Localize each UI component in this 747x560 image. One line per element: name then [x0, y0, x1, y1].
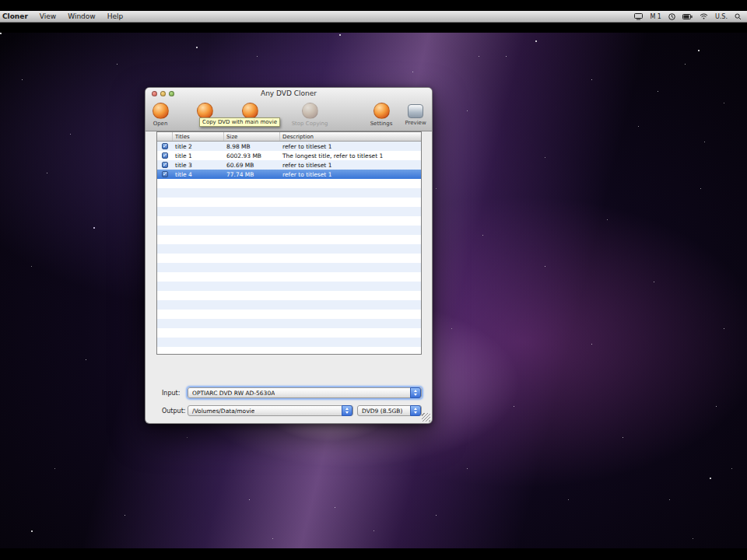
app-window: Any DVD Cloner Open Stop Copying Setting… — [145, 87, 433, 424]
table-header: Titles Size Description — [157, 132, 421, 142]
toolbar-open-button[interactable]: Open — [146, 103, 175, 127]
checkbox-checked-icon[interactable] — [162, 152, 168, 159]
row-title: title 1 — [173, 152, 224, 159]
row-description: refer to titleset 1 — [280, 162, 421, 169]
row-title: title 2 — [173, 143, 224, 150]
row-size: 60.69 MB — [224, 162, 280, 169]
stop-copying-icon — [302, 103, 318, 119]
row-size: 6002.93 MB — [224, 152, 280, 159]
header-size[interactable]: Size — [224, 132, 280, 141]
stepper-icon[interactable] — [410, 405, 421, 416]
output-format-value: DVD9 (8.5GB) — [362, 408, 402, 415]
row-description: refer to titleset 1 — [280, 171, 421, 178]
toolbar-settings-label: Settings — [364, 121, 398, 127]
toolbar-stop-copying-button: Stop Copying — [286, 103, 333, 127]
row-title: title 4 — [173, 171, 224, 178]
checkbox-checked-icon[interactable] — [162, 171, 168, 177]
status-display-label[interactable]: M 1 — [650, 13, 661, 20]
table-row[interactable]: title 3 60.69 MB refer to titleset 1 — [157, 160, 421, 170]
toolbar-open-label: Open — [146, 121, 175, 127]
window-titlebar-toolbar: Any DVD Cloner Open Stop Copying Setting… — [146, 88, 432, 131]
starfield-bright — [0, 33, 2, 34]
checkbox-checked-icon[interactable] — [162, 162, 168, 168]
menu-app-name[interactable]: Cloner — [2, 12, 28, 20]
window-resize-grip[interactable] — [422, 413, 430, 422]
output-format-select[interactable]: DVD9 (8.5GB) — [357, 405, 422, 416]
settings-gear-icon — [374, 103, 390, 119]
spotlight-icon[interactable] — [735, 13, 742, 20]
copy-main-movie-icon — [197, 103, 213, 119]
titles-table: Titles Size Description title 2 8.98 MB … — [156, 131, 422, 355]
window-title: Any DVD Cloner — [146, 89, 432, 97]
open-icon — [153, 103, 169, 119]
copy-dvd-icon — [242, 103, 258, 119]
menu-view[interactable]: View — [40, 12, 56, 20]
display-icon[interactable] — [634, 13, 643, 20]
header-description[interactable]: Description — [280, 132, 421, 141]
output-label: Output: — [162, 408, 185, 415]
toolbar-preview-button[interactable]: Preview — [398, 103, 433, 126]
table-row-selected[interactable]: title 4 77.74 MB refer to titleset 1 — [157, 170, 421, 179]
toolbar-tooltip: Copy DVD with main movie — [199, 117, 280, 127]
menu-bar-left: Cloner View Window Help — [0, 12, 123, 20]
row-title: title 3 — [173, 162, 224, 169]
desktop: Cloner View Window Help M 1 U.S. — [0, 0, 747, 560]
wifi-icon[interactable] — [700, 13, 708, 19]
output-path-value: /Volumes/Data/movie — [192, 408, 254, 415]
stepper-icon[interactable] — [410, 387, 421, 398]
toolbar-stop-copying-label: Stop Copying — [286, 121, 333, 127]
row-size: 8.98 MB — [224, 143, 280, 150]
output-path-select[interactable]: /Volumes/Data/movie — [188, 405, 353, 416]
header-checkbox-column[interactable] — [157, 132, 173, 141]
table-row[interactable]: title 1 6002.93 MB The longest title, re… — [157, 151, 421, 160]
input-drive-select[interactable]: OPTIARC DVD RW AD-5630A — [188, 387, 422, 398]
table-empty-rows — [157, 179, 421, 354]
table-row[interactable]: title 2 8.98 MB refer to titleset 1 — [157, 142, 421, 151]
menu-help[interactable]: Help — [107, 12, 124, 20]
row-size: 77.74 MB — [224, 171, 280, 178]
input-source-label[interactable]: U.S. — [715, 13, 728, 20]
input-drive-value: OPTIARC DVD RW AD-5630A — [192, 390, 275, 397]
toolbar-settings-button[interactable]: Settings — [364, 103, 398, 127]
header-titles[interactable]: Titles — [173, 132, 224, 141]
battery-icon[interactable] — [682, 14, 693, 19]
clock-icon[interactable] — [668, 13, 675, 20]
checkbox-checked-icon[interactable] — [162, 143, 168, 149]
row-description: The longest title, refer to titleset 1 — [280, 152, 421, 159]
toolbar-preview-label: Preview — [398, 120, 433, 126]
stepper-icon[interactable] — [342, 405, 352, 416]
preview-icon — [408, 104, 423, 118]
menu-window[interactable]: Window — [68, 12, 96, 20]
row-description: refer to titleset 1 — [280, 143, 421, 150]
input-label: Input: — [162, 390, 180, 397]
menu-bar: Cloner View Window Help M 1 U.S. — [0, 11, 747, 23]
menu-bar-status: M 1 U.S. — [634, 13, 747, 20]
